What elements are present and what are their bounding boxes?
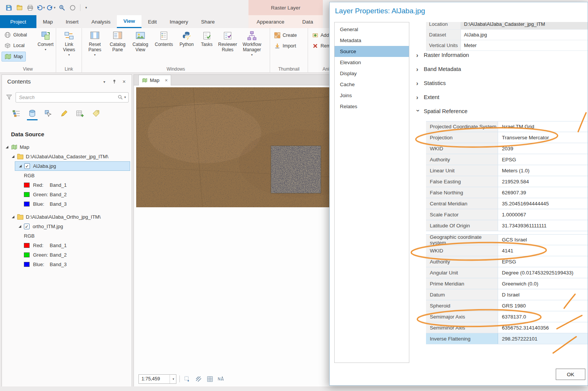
tree-item-folder-ortho[interactable]: D:\AlJaba\AlJaba_Ortho_jpg_ITM\ bbox=[2, 212, 132, 222]
list-by-data-source-icon[interactable] bbox=[27, 108, 38, 120]
property-value[interactable]: 2039 bbox=[498, 143, 588, 154]
zoom-in-icon[interactable] bbox=[57, 3, 67, 13]
tree-item-rgb[interactable]: RGB bbox=[2, 231, 132, 241]
tree-item-band-blue[interactable]: Blue: Band_3 bbox=[2, 199, 132, 209]
nav-joins[interactable]: Joins bbox=[335, 90, 409, 101]
property-value[interactable]: EPSG bbox=[498, 154, 588, 165]
layer-checkbox[interactable]: ✓ bbox=[24, 163, 30, 169]
list-by-snapping-icon[interactable] bbox=[75, 108, 85, 120]
tab-analysis[interactable]: Analysis bbox=[85, 15, 117, 28]
property-value[interactable]: GRS 1980 bbox=[498, 300, 588, 311]
tree-item-band-blue[interactable]: Blue: Band_3 bbox=[2, 260, 132, 269]
nav-relates[interactable]: Relates bbox=[335, 101, 409, 112]
filter-icon[interactable] bbox=[6, 94, 13, 101]
tab-view[interactable]: View bbox=[117, 15, 141, 28]
property-value[interactable]: AlJaba.jpg bbox=[461, 30, 588, 40]
list-by-selection-icon[interactable] bbox=[43, 108, 53, 120]
tab-insert[interactable]: Insert bbox=[59, 15, 85, 28]
print-icon[interactable] bbox=[25, 3, 35, 13]
tab-map[interactable]: Map bbox=[36, 15, 59, 28]
tree-item-band-green[interactable]: Green: Band_2 bbox=[2, 190, 132, 199]
tree-item-map[interactable]: Map bbox=[2, 142, 132, 152]
search-options-caret-icon[interactable]: ▾ bbox=[124, 95, 126, 99]
ok-button[interactable]: OK bbox=[556, 369, 585, 380]
property-value[interactable]: 6356752.314140356 bbox=[498, 322, 588, 333]
tab-share[interactable]: Share bbox=[195, 15, 221, 28]
statusbar-selection-icon[interactable] bbox=[183, 375, 191, 383]
catalog-pane-button[interactable]: Catalog Pane bbox=[107, 29, 128, 57]
property-value[interactable]: Meters (1.0) bbox=[498, 165, 588, 176]
python-button[interactable]: Python bbox=[177, 29, 197, 57]
contents-button[interactable]: Contents bbox=[153, 29, 175, 57]
expander-icon[interactable] bbox=[19, 165, 22, 167]
section-statistics[interactable]: › Statistics bbox=[416, 79, 588, 87]
property-value[interactable]: Transverse Mercator bbox=[498, 132, 588, 143]
create-thumbnail-button[interactable]: Create bbox=[272, 31, 300, 39]
tab-appearance[interactable]: Appearance bbox=[248, 15, 292, 28]
expander-icon[interactable] bbox=[6, 146, 8, 148]
nav-general[interactable]: General bbox=[335, 24, 409, 35]
property-value[interactable]: 219529.584 bbox=[498, 176, 588, 187]
property-value[interactable]: Israel TM Grid bbox=[498, 121, 588, 132]
tree-item-layer-aljaba[interactable]: ✓ AlJaba.jpg bbox=[2, 161, 132, 171]
section-raster-information[interactable]: › Raster Information bbox=[416, 51, 588, 59]
section-spatial-reference[interactable]: › Spatial Reference bbox=[416, 107, 588, 115]
search-icon[interactable] bbox=[118, 95, 123, 100]
pin-icon[interactable] bbox=[110, 78, 118, 85]
import-thumbnail-button[interactable]: Import bbox=[272, 42, 299, 50]
tasks-button[interactable]: Tasks bbox=[198, 29, 215, 57]
global-button[interactable]: Global bbox=[2, 30, 30, 39]
tab-project[interactable]: Project bbox=[0, 15, 36, 28]
property-value[interactable]: GCS Israel bbox=[498, 235, 588, 245]
expander-icon[interactable] bbox=[19, 225, 21, 228]
expander-icon[interactable] bbox=[12, 216, 14, 218]
tab-data[interactable]: Data bbox=[292, 15, 323, 28]
search-field[interactable] bbox=[19, 95, 118, 100]
open-project-icon[interactable] bbox=[14, 3, 24, 13]
tree-item-layer-ortho[interactable]: ✓ ortho_ITM.jpg bbox=[2, 222, 132, 231]
property-value[interactable]: D Israel bbox=[498, 289, 588, 300]
property-value[interactable]: 35.20451694444445 bbox=[498, 198, 588, 209]
tree-item-band-red[interactable]: Red: Band_1 bbox=[2, 241, 132, 250]
nav-source[interactable]: Source bbox=[335, 46, 409, 57]
section-band-metadata[interactable]: › Band Metadata bbox=[416, 65, 588, 73]
undo-icon[interactable]: ▾ bbox=[36, 3, 46, 13]
explore-icon[interactable] bbox=[68, 3, 77, 13]
property-value[interactable]: EPSG bbox=[498, 256, 588, 267]
nav-elevation[interactable]: Elevation bbox=[335, 57, 409, 68]
tab-imagery[interactable]: Imagery bbox=[163, 15, 195, 28]
map-scale-combobox[interactable]: 1:75,459 ▾ bbox=[138, 374, 176, 384]
link-views-button[interactable]: Link Views ▾ bbox=[58, 29, 80, 57]
save-icon[interactable] bbox=[4, 3, 14, 13]
search-input[interactable]: ▾ bbox=[16, 92, 129, 102]
reviewer-rules-button[interactable]: Reviewer Rules bbox=[217, 29, 238, 57]
nav-display[interactable]: Display bbox=[335, 68, 409, 79]
nav-cache[interactable]: Cache bbox=[335, 79, 409, 90]
convert-button[interactable]: Convert ▾ bbox=[35, 29, 56, 51]
property-value[interactable]: 1.0000067 bbox=[498, 209, 588, 220]
statusbar-hatch-icon[interactable] bbox=[194, 375, 203, 383]
property-value[interactable]: Greenwich (0.0) bbox=[498, 278, 588, 289]
catalog-view-button[interactable]: Catalog View bbox=[130, 29, 151, 57]
statusbar-north-arrow-icon[interactable]: N bbox=[217, 375, 225, 383]
layer-checkbox[interactable]: ✓ bbox=[24, 224, 30, 229]
tree-item-band-green[interactable]: Green: Band_2 bbox=[2, 250, 132, 260]
section-extent[interactable]: › Extent bbox=[416, 93, 588, 101]
customize-toolbar-caret-icon[interactable]: ▾ bbox=[83, 3, 89, 13]
reset-panes-button[interactable]: Reset Panes ▾ bbox=[84, 29, 105, 57]
list-by-labeling-icon[interactable] bbox=[91, 108, 101, 120]
nav-metadata[interactable]: Metadata bbox=[335, 35, 409, 46]
map-button[interactable]: Map bbox=[2, 52, 26, 61]
chevron-down-icon[interactable]: ▾ bbox=[170, 375, 176, 383]
map-document-tab[interactable]: Map × bbox=[138, 75, 171, 85]
property-value[interactable]: Degree (0.0174532925199433) bbox=[498, 267, 588, 278]
property-value[interactable]: 626907.39 bbox=[498, 187, 588, 198]
statusbar-grid-icon[interactable] bbox=[206, 375, 214, 383]
property-value[interactable]: 6378137.0 bbox=[498, 311, 588, 322]
tree-item-rgb[interactable]: RGB bbox=[2, 171, 132, 180]
property-value[interactable]: 298.257222101 bbox=[498, 333, 588, 344]
tree-item-folder-cadaster[interactable]: D:\AlJaba\AlJaba_Cadaster_jpg_ITM\ bbox=[2, 152, 132, 161]
tab-edit[interactable]: Edit bbox=[141, 15, 163, 28]
list-by-editing-icon[interactable] bbox=[59, 108, 69, 120]
tree-item-band-red[interactable]: Red: Band_1 bbox=[2, 180, 132, 190]
